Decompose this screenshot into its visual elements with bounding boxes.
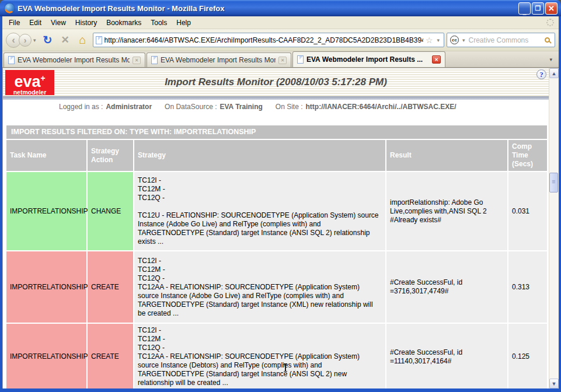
home-button[interactable]: ⌂ bbox=[75, 33, 90, 48]
tab-3-active[interactable]: EVA Webmodeler Import Results ... ✕ bbox=[292, 51, 445, 67]
scroll-down-icon[interactable]: ▼ bbox=[549, 379, 559, 388]
scrollbar-track[interactable] bbox=[549, 78, 559, 379]
table-row: IMPORTRELATIONSHIP CREATE TC12I - TC12M … bbox=[6, 324, 547, 388]
tab-label: EVA Webmodeler Import Results Monitor bbox=[161, 56, 276, 64]
strategy-cell: TC12I - TC12M - TC12Q - TC12AA - RELATIO… bbox=[134, 251, 385, 323]
search-engine-dropdown-icon[interactable]: ▾ bbox=[461, 37, 467, 43]
reload-button[interactable]: ↻ bbox=[40, 33, 55, 48]
menu-view[interactable]: View bbox=[47, 18, 70, 28]
tab-label: EVA Webmodeler Import Results ... bbox=[306, 55, 429, 64]
result-cell: #Create SuccessFul, id =11140,3017,4164# bbox=[386, 324, 507, 388]
scroll-up-icon[interactable]: ▲ bbox=[549, 68, 559, 78]
tab-label: EVA Webmodeler Import Results Monitor bbox=[18, 56, 130, 64]
help-button[interactable]: ? bbox=[536, 69, 546, 79]
tab-2[interactable]: EVA Webmodeler Import Results Monitor ✕ bbox=[147, 52, 291, 67]
strategy-cell: TC12I - TC12M - TC12Q - TC12U - RELATION… bbox=[134, 172, 385, 250]
table-row: IMPORTRELATIONSHIP CREATE TC12I - TC12M … bbox=[6, 251, 547, 323]
site-value: http://IANACER:6464/Archi/../ABTWSAC.EXE… bbox=[306, 103, 457, 111]
browser-window: EVA Webmodeler Import Results Monitor - … bbox=[0, 0, 561, 392]
col-strategy-action: Strategy Action bbox=[88, 140, 133, 171]
page-title: Import Results Monitor (2008/10/03 5:17:… bbox=[3, 76, 549, 88]
import-results-table: IMPORT RESULTS FILTERED ON: TYPE WITH: I… bbox=[5, 124, 548, 388]
tab-page-icon bbox=[8, 56, 15, 64]
strategy-action-cell: CREATE bbox=[88, 324, 133, 388]
maximize-icon: ❐ bbox=[535, 5, 541, 12]
tab-close-button[interactable]: ✕ bbox=[133, 57, 141, 64]
col-comp-time: Comp Time (Secs) bbox=[508, 140, 547, 171]
url-dropdown-icon[interactable]: ▾ bbox=[435, 37, 441, 43]
url-bar[interactable]: http://ianacer:6464/ABTWSAC.EXE/ArchiImp… bbox=[93, 33, 444, 47]
window-title: EVA Webmodeler Import Results Monitor - … bbox=[18, 4, 518, 13]
vertical-scrollbar[interactable]: ▲ ▼ bbox=[549, 68, 559, 388]
maximize-button[interactable]: ❐ bbox=[532, 2, 544, 15]
logo-subtext: netmodeler bbox=[5, 89, 54, 95]
table-header-row: Task Name Strategy Action Strategy Resul… bbox=[6, 140, 547, 171]
menu-history[interactable]: History bbox=[71, 18, 101, 28]
url-input[interactable]: http://ianacer:6464/ABTWSAC.EXE/ArchiImp… bbox=[104, 36, 423, 44]
datasource-value: EVA Training bbox=[219, 103, 262, 111]
reload-icon: ↻ bbox=[43, 33, 53, 47]
comp-time-cell: 0.125 bbox=[508, 324, 547, 388]
page-icon bbox=[96, 36, 102, 44]
tab-page-icon bbox=[297, 55, 304, 64]
throbber-icon bbox=[546, 19, 554, 26]
search-box[interactable]: cc ▾ Creative Commons bbox=[447, 33, 555, 47]
page-header-band: eva+ netmodeler Import Results Monitor (… bbox=[3, 68, 549, 96]
menu-file[interactable]: File bbox=[5, 18, 24, 28]
menu-tools[interactable]: Tools bbox=[147, 18, 171, 28]
site-label: On Site : bbox=[276, 103, 303, 111]
page-content: eva+ netmodeler Import Results Monitor (… bbox=[2, 68, 549, 388]
task-name-cell: IMPORTRELATIONSHIP bbox=[6, 324, 86, 388]
close-icon: ✕ bbox=[548, 4, 555, 13]
help-icon: ? bbox=[539, 70, 543, 79]
comp-time-cell: 0.031 bbox=[508, 172, 547, 250]
forward-icon: › bbox=[24, 36, 27, 45]
menu-bookmarks[interactable]: Bookmarks bbox=[102, 18, 145, 28]
navigation-toolbar: ‹ › ▾ ↻ ✕ ⌂ http://ianacer:6464/ABTWSAC.… bbox=[2, 29, 559, 51]
stop-icon: ✕ bbox=[61, 34, 69, 46]
back-icon: ‹ bbox=[12, 34, 15, 46]
text-cursor bbox=[285, 363, 286, 372]
task-name-cell: IMPORTRELATIONSHIP bbox=[6, 172, 86, 250]
table-filter-title: IMPORT RESULTS FILTERED ON: TYPE WITH: I… bbox=[6, 125, 547, 139]
scrollbar-thumb[interactable] bbox=[549, 173, 558, 192]
minimize-icon: _ bbox=[522, 9, 526, 14]
strategy-action-cell: CHANGE bbox=[88, 172, 133, 250]
search-icon[interactable] bbox=[545, 37, 550, 43]
minimize-button[interactable]: _ bbox=[518, 2, 531, 15]
col-task-name: Task Name bbox=[6, 140, 86, 171]
comp-time-cell: 0.313 bbox=[508, 251, 547, 323]
bookmark-star-icon[interactable]: ☆ bbox=[426, 36, 433, 45]
col-strategy: Strategy bbox=[134, 140, 385, 171]
history-dropdown-icon[interactable]: ▾ bbox=[32, 37, 38, 43]
firefox-icon bbox=[5, 4, 15, 13]
home-icon: ⌂ bbox=[79, 33, 86, 47]
tab-close-button[interactable]: ✕ bbox=[432, 55, 441, 64]
tab-page-icon bbox=[151, 56, 158, 64]
strategy-cell: TC12I - TC12M - TC12Q - TC12AA - RELATIO… bbox=[134, 324, 385, 388]
tab-1[interactable]: EVA Webmodeler Import Results Monitor ✕ bbox=[4, 52, 145, 67]
result-cell: importRelationship: Adobe Go Live,compli… bbox=[386, 172, 507, 250]
task-name-cell: IMPORTRELATIONSHIP bbox=[6, 251, 86, 323]
search-input[interactable]: Creative Commons bbox=[469, 36, 543, 44]
tab-list-dropdown-icon[interactable]: ▾ bbox=[545, 54, 556, 65]
tab-strip: EVA Webmodeler Import Results Monitor ✕ … bbox=[2, 51, 559, 68]
logged-in-label: Logged in as : bbox=[59, 103, 103, 111]
menu-help[interactable]: Help bbox=[172, 18, 195, 28]
strategy-action-cell: CREATE bbox=[88, 251, 133, 323]
col-result: Result bbox=[386, 140, 507, 171]
datasource-label: On DataSource : bbox=[165, 103, 217, 111]
menu-edit[interactable]: Edit bbox=[25, 18, 46, 28]
forward-button[interactable]: › bbox=[19, 34, 32, 47]
table-row: IMPORTRELATIONSHIP CHANGE TC12I - TC12M … bbox=[6, 172, 547, 250]
tab-close-button[interactable]: ✕ bbox=[278, 57, 287, 64]
creative-commons-icon: cc bbox=[450, 36, 459, 44]
stop-button[interactable]: ✕ bbox=[58, 33, 73, 48]
menu-bar: File Edit View History Bookmarks Tools H… bbox=[2, 16, 559, 29]
status-line: Logged in as : Administrator On DataSour… bbox=[3, 100, 549, 114]
result-cell: #Create SuccessFul, id =3716,3017,4749# bbox=[386, 251, 507, 323]
logged-in-value: Administrator bbox=[106, 103, 152, 111]
title-bar[interactable]: EVA Webmodeler Import Results Monitor - … bbox=[0, 0, 561, 16]
close-button[interactable]: ✕ bbox=[545, 2, 557, 15]
